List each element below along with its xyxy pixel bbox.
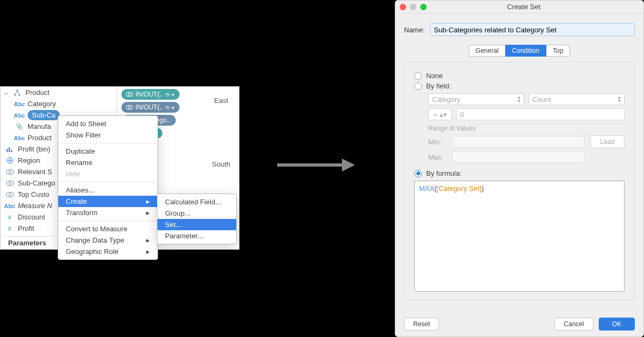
sub-group[interactable]: Group... xyxy=(157,208,236,219)
radio-icon xyxy=(414,72,422,80)
field-label: Category xyxy=(28,100,56,108)
svg-rect-5 xyxy=(11,150,12,152)
formula-close: ) xyxy=(482,184,484,192)
ctx-label: Set... xyxy=(165,221,181,229)
field-label: Profit xyxy=(18,224,34,232)
row-header-south: South xyxy=(212,160,230,168)
attachment-icon: 📎 xyxy=(13,123,25,130)
tab-top[interactable]: Top xyxy=(546,45,570,57)
stepper-arrows-icon: ▴▾ xyxy=(440,111,447,119)
submenu-arrow-icon: ▸ xyxy=(146,197,150,205)
set-icon xyxy=(126,91,133,98)
dropdown-caret-icon: ▾ xyxy=(172,105,174,111)
group-label: Product xyxy=(25,88,50,97)
radio-label: By field: xyxy=(426,82,451,90)
create-set-dialog: Create Set Name: General Condition Top N… xyxy=(395,0,644,337)
group-product[interactable]: ⌄ Product xyxy=(1,87,117,98)
set-name-input[interactable] xyxy=(430,23,635,36)
field-label: Relevant S xyxy=(18,168,52,176)
submenu-arrow-icon: ▸ xyxy=(146,247,150,256)
ctx-label: Show Filter xyxy=(66,131,101,139)
sub-calc-field[interactable]: Calculated Field... xyxy=(157,196,236,208)
svg-rect-4 xyxy=(9,147,10,152)
set-icon xyxy=(126,104,133,111)
min-input xyxy=(452,136,585,148)
radio-icon-selected xyxy=(414,170,422,177)
radio-icon xyxy=(414,82,422,90)
ctx-aliases[interactable]: Aliases... xyxy=(58,184,157,196)
tab-bar: General Condition Top xyxy=(404,45,635,57)
radio-by-field[interactable]: By field: xyxy=(414,82,625,90)
name-label: Name: xyxy=(404,26,424,34)
ctx-label: Geographic Role xyxy=(66,247,119,256)
ctx-convert[interactable]: Convert to Measure xyxy=(58,223,157,235)
chevron-down-icon: ⌄ xyxy=(4,90,9,95)
min-label: Min: xyxy=(428,138,447,146)
pill-inout-a[interactable]: IN/OUT(.. ⟲ ▾ xyxy=(121,89,180,100)
text-type-icon: Abc xyxy=(13,101,25,107)
field-label: Profit (bin) xyxy=(18,145,50,153)
field-label: Manufa xyxy=(28,122,51,130)
ok-button[interactable]: OK xyxy=(599,318,635,331)
pill-label: IN/OUT(.. xyxy=(135,104,163,111)
stepper-arrows-icon: ▴▾ xyxy=(618,95,621,103)
max-input xyxy=(452,151,585,163)
dialog-title: Create Set xyxy=(404,3,643,11)
link-icon: ⟲ xyxy=(165,105,169,111)
bin-icon xyxy=(4,146,16,153)
field-select: Category ▴▾ xyxy=(428,93,524,105)
globe-icon xyxy=(4,157,16,164)
ctx-label: Create xyxy=(66,197,87,205)
radio-none[interactable]: None xyxy=(414,72,625,80)
field-label: Region xyxy=(18,156,40,164)
ctx-change-type[interactable]: Change Data Type▸ xyxy=(58,235,157,246)
tab-general[interactable]: General xyxy=(469,45,506,57)
text-type-icon: Abc xyxy=(4,203,16,209)
number-type-icon: # xyxy=(4,225,16,232)
number-type-icon: # xyxy=(4,214,16,221)
pill-inout-b[interactable]: IN/OUT(.. ⟲ ▾ xyxy=(121,102,180,113)
radio-by-formula[interactable]: By formula: xyxy=(414,169,625,177)
ctx-label: Rename xyxy=(66,159,92,167)
ctx-geo[interactable]: Geographic Role▸ xyxy=(58,246,157,257)
reset-button[interactable]: Reset xyxy=(404,318,439,331)
ctx-label: Change Data Type xyxy=(66,236,124,244)
field-label: Measure N xyxy=(18,202,52,210)
by-field-controls: Category ▴▾ Count ▴▾ = ▴▾ 0 Range of Val xyxy=(428,93,625,163)
separator xyxy=(58,221,157,221)
context-menu: Add to Sheet Show Filter Duplicate Renam… xyxy=(58,115,158,260)
ctx-duplicate[interactable]: Duplicate xyxy=(58,146,157,157)
context-submenu-create: Calculated Field... Group... Set... Para… xyxy=(157,194,237,244)
ctx-add-to-sheet[interactable]: Add to Sheet xyxy=(58,118,157,129)
set-icon xyxy=(4,180,16,187)
ctx-label: Convert to Measure xyxy=(66,225,127,233)
ctx-transform[interactable]: Transform▸ xyxy=(58,207,157,218)
field-label: Top Custo xyxy=(18,190,50,198)
pill-label: IN/OUT(.. xyxy=(135,91,163,98)
max-label: Max: xyxy=(428,153,447,161)
cancel-button[interactable]: Cancel xyxy=(554,318,593,331)
formula-textarea[interactable]: MAX([Category Set]) xyxy=(414,181,625,292)
ctx-label: Transform xyxy=(66,209,98,217)
set-icon xyxy=(4,191,16,198)
sub-parameter[interactable]: Parameter... xyxy=(157,230,236,242)
arrow-icon xyxy=(275,157,356,174)
tab-condition[interactable]: Condition xyxy=(505,45,546,57)
ctx-show-filter[interactable]: Show Filter xyxy=(58,129,157,141)
ctx-rename[interactable]: Rename xyxy=(58,157,157,168)
radio-label: None xyxy=(426,72,443,80)
set-icon xyxy=(4,169,16,175)
load-button: Load xyxy=(590,135,625,148)
radio-label: By formula: xyxy=(426,169,462,177)
field-label-selected: Sub-Ca xyxy=(28,110,60,120)
field-category[interactable]: Abc Category xyxy=(1,98,117,109)
value-input: 0 xyxy=(456,108,625,120)
ctx-create[interactable]: Create▸ xyxy=(58,196,157,207)
row-header-east: East xyxy=(214,97,228,105)
dropdown-caret-icon: ▾ xyxy=(172,92,174,98)
formula-fn: MAX xyxy=(419,184,434,192)
field-label: Sub-Catego xyxy=(18,179,55,187)
sub-set[interactable]: Set... xyxy=(157,219,236,230)
titlebar: Create Set xyxy=(395,1,643,13)
field-label: Discount xyxy=(18,213,45,221)
